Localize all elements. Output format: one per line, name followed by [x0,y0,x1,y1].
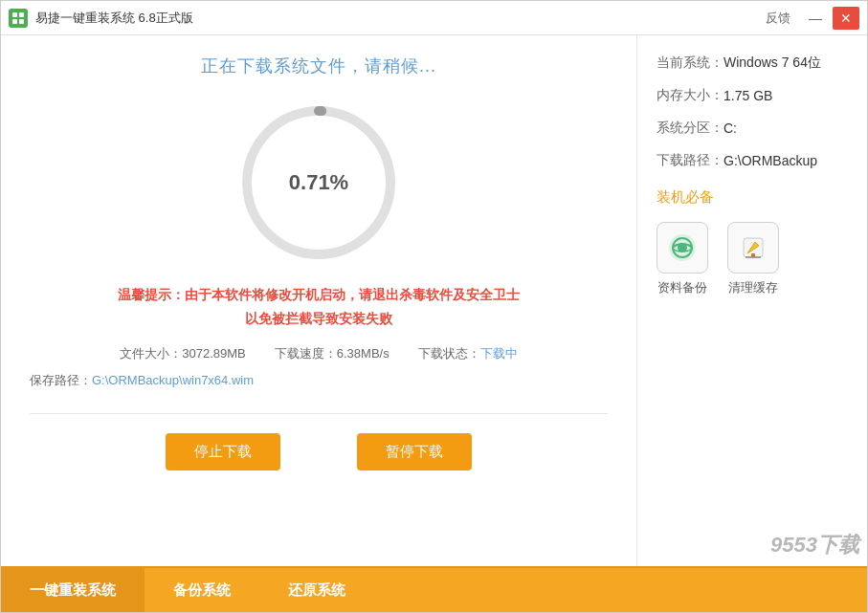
warning-line1: 温馨提示：由于本软件将修改开机启动，请退出杀毒软件及安全卫士 [118,283,520,307]
app-icon [9,9,28,28]
download-status: 下载状态：下载中 [418,345,518,362]
close-button[interactable]: ✕ [833,7,859,30]
main-content: 正在下载系统文件，请稍候... 0.71% 温馨提示：由于本软件将修改开机启动，… [1,35,867,566]
file-size-value: 3072.89MB [182,346,246,361]
partition-value: C: [723,120,737,136]
current-system-row: 当前系统： Windows 7 64位 [657,55,848,72]
download-status-value: 下载中 [480,346,518,361]
tools-row: 资料备份 清理缓存 [657,222,848,296]
title-bar-controls: 反馈 — ✕ [758,7,859,30]
app-title: 易捷一键重装系统 6.8正式版 [35,10,193,27]
download-status-label: 下载状态： [418,346,480,361]
divider [30,413,608,414]
save-path: 保存路径：G:\ORMBackup\win7x64.wim [30,372,608,389]
save-path-link[interactable]: G:\ORMBackup\win7x64.wim [92,373,254,387]
pause-download-button[interactable]: 暂停下载 [357,433,472,471]
tab-backup[interactable]: 备份系统 [145,568,259,612]
feedback-button[interactable]: 反馈 [758,8,798,29]
clean-label: 清理缓存 [728,279,778,296]
right-panel: 当前系统： Windows 7 64位 内存大小： 1.75 GB 系统分区： … [637,35,867,566]
left-panel: 正在下载系统文件，请稍候... 0.71% 温馨提示：由于本软件将修改开机启动，… [1,35,637,566]
section-title: 装机必备 [657,188,848,207]
memory-value: 1.75 GB [723,88,772,103]
download-speed-label: 下载速度： [275,346,337,361]
svg-rect-3 [19,19,24,24]
svg-rect-1 [19,12,24,17]
download-path-value: G:\ORMBackup [723,153,817,168]
tab-restore[interactable]: 还原系统 [259,568,374,612]
partition-label: 系统分区： [657,120,723,137]
download-speed-value: 6.38MB/s [337,346,389,361]
status-text: 正在下载系统文件，请稍候... [201,55,436,77]
action-buttons: 停止下载 暂停下载 [166,433,472,471]
download-path-row: 下载路径： G:\ORMBackup [657,152,848,169]
minimize-button[interactable]: — [802,7,829,30]
title-bar-left: 易捷一键重装系统 6.8正式版 [9,9,193,28]
current-system-label: 当前系统： [657,55,723,72]
file-info: 文件大小：3072.89MB 下载速度：6.38MB/s 下载状态：下载中 [30,345,608,362]
main-window: 易捷一键重装系统 6.8正式版 反馈 — ✕ 正在下载系统文件，请稍候... 0… [0,0,868,613]
progress-text: 0.71% [289,170,348,195]
download-speed: 下载速度：6.38MB/s [275,345,389,362]
svg-rect-2 [12,19,17,24]
svg-rect-0 [12,12,17,17]
backup-icon [657,222,708,274]
partition-row: 系统分区： C: [657,120,848,137]
warning-line2: 以免被拦截导致安装失败 [118,307,520,331]
bottom-tabs: 一键重装系统 备份系统 还原系统 [1,566,867,612]
save-path-label: 保存路径： [30,373,92,387]
tool-clean[interactable]: 清理缓存 [727,222,779,296]
progress-circle-container: 0.71% [233,97,405,269]
clean-icon [727,222,779,274]
file-size: 文件大小：3072.89MB [120,345,246,362]
tool-backup[interactable]: 资料备份 [657,222,708,296]
download-path-label: 下载路径： [657,152,723,169]
bottom-wrapper: 一键重装系统 备份系统 还原系统 9553下载 [1,566,867,612]
tab-reinstall[interactable]: 一键重装系统 [1,568,145,612]
memory-row: 内存大小： 1.75 GB [657,87,848,104]
title-bar: 易捷一键重装系统 6.8正式版 反馈 — ✕ [1,1,867,35]
file-size-label: 文件大小： [120,346,182,361]
current-system-value: Windows 7 64位 [723,55,821,72]
stop-download-button[interactable]: 停止下载 [166,433,280,471]
warning-text: 温馨提示：由于本软件将修改开机启动，请退出杀毒软件及安全卫士 以免被拦截导致安装… [118,283,520,331]
backup-label: 资料备份 [657,279,707,296]
memory-label: 内存大小： [657,87,723,104]
